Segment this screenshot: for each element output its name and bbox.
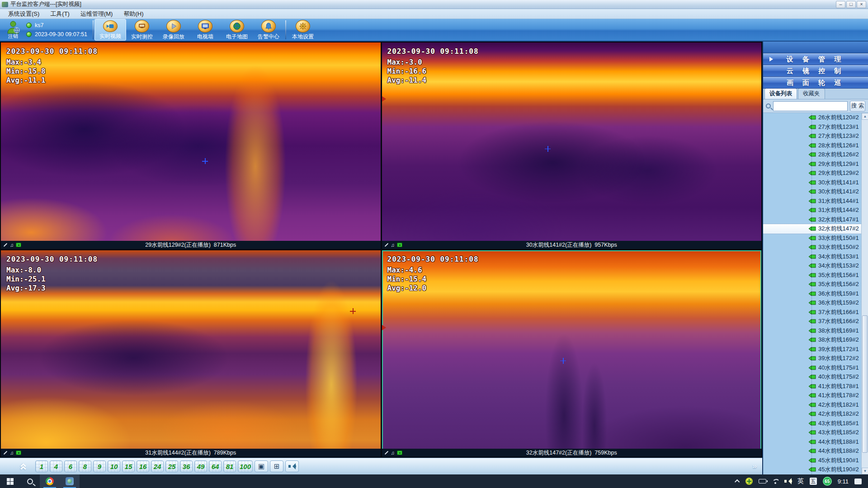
menu-ops-management[interactable]: 运维管理(M) xyxy=(75,9,118,19)
pen-icon[interactable] xyxy=(384,243,388,247)
menu-tools[interactable]: 工具(T) xyxy=(45,9,75,19)
toolbar-local-settings-button[interactable]: 本地设置 xyxy=(287,19,319,41)
audio-button[interactable] xyxy=(285,460,299,472)
device-list-item[interactable]: 31水前线144#2 xyxy=(763,206,861,215)
search-button[interactable]: 搜 索 xyxy=(850,101,865,112)
device-list-item[interactable]: 30水前线141#2 xyxy=(763,187,861,197)
record-status-icon[interactable] xyxy=(397,450,402,455)
security-score-badge[interactable]: 65 xyxy=(823,477,832,486)
device-list-item[interactable]: 45水前线190#2 xyxy=(763,465,861,474)
device-list-item[interactable]: 28水前线126#1 xyxy=(763,141,861,150)
audio-note-icon[interactable]: ♫ xyxy=(391,243,395,247)
video-feed-4[interactable]: 2023-09-30 09:11:08 Max:-4.6 Min:-15.4 A… xyxy=(382,250,762,457)
toolbar-alarm-center-button[interactable]: 告警中心 xyxy=(253,19,284,41)
toolbar-e-map-button[interactable]: 电子地图 xyxy=(221,19,253,41)
taskbar-chrome-button[interactable] xyxy=(40,474,60,488)
layout-count-button[interactable]: 24 xyxy=(151,460,164,472)
device-list-item[interactable]: 32水前线147#1 xyxy=(763,215,861,225)
device-list-item[interactable]: 40水前线175#2 xyxy=(763,372,861,382)
device-list-item[interactable]: 43水前线185#1 xyxy=(763,419,861,428)
start-button[interactable] xyxy=(0,474,20,488)
tab-favorites[interactable]: 收藏夹 xyxy=(798,88,825,99)
device-scrollbar[interactable]: ▲ ▼ xyxy=(861,113,868,474)
record-status-icon[interactable] xyxy=(16,243,21,247)
device-list-item[interactable]: 28水前线126#2 xyxy=(763,150,861,160)
device-list-item[interactable]: 36水前线159#2 xyxy=(763,298,861,308)
panel-ptz-control[interactable]: 云 镜 控 制 xyxy=(763,65,868,77)
device-list-item[interactable]: 31水前线144#1 xyxy=(763,197,861,206)
device-list-item[interactable]: 37水前线166#1 xyxy=(763,308,861,317)
volume-icon[interactable] xyxy=(784,478,792,484)
menu-help[interactable]: 帮助(H) xyxy=(118,9,149,19)
device-list-item[interactable]: 27水前线123#2 xyxy=(763,131,861,141)
device-list-item[interactable]: 32水前线147#2 xyxy=(763,224,861,234)
layout-count-button[interactable]: 6 xyxy=(64,460,77,472)
layout-count-button[interactable]: 8 xyxy=(79,460,91,472)
taskbar-monitor-app-button[interactable] xyxy=(60,474,80,488)
scrollbar-thumb[interactable] xyxy=(862,315,868,453)
tray-expand-icon[interactable] xyxy=(735,479,740,484)
device-list-item[interactable]: 45水前线190#1 xyxy=(763,456,861,465)
layout-count-button[interactable]: 10 xyxy=(108,460,120,472)
antivirus-shield-icon[interactable] xyxy=(745,478,753,485)
layout-count-button[interactable]: 49 xyxy=(194,460,207,472)
toolbar-tv-wall-button[interactable]: 电视墙 xyxy=(189,19,221,41)
device-list-item[interactable]: 33水前线150#2 xyxy=(763,243,861,252)
pen-icon[interactable] xyxy=(4,243,7,247)
device-list-item[interactable]: 27水前线123#1 xyxy=(763,122,861,132)
toolbar-live-video-button[interactable]: 实时视频 xyxy=(94,19,126,41)
toolbar-playback-button[interactable]: 录像回放 xyxy=(158,19,189,41)
device-list-item[interactable]: 33水前线150#1 xyxy=(763,234,861,243)
add-view-button[interactable]: ⊞ xyxy=(270,460,283,472)
device-list-item[interactable]: 29水前线129#2 xyxy=(763,169,861,178)
device-list-item[interactable]: 44水前线188#1 xyxy=(763,437,861,447)
device-list-item[interactable]: 30水前线141#1 xyxy=(763,178,861,188)
device-list-item[interactable]: 39水前线172#2 xyxy=(763,354,861,363)
expand-right-icon[interactable]: » xyxy=(753,462,757,471)
menu-system-settings[interactable]: 系统设置(S) xyxy=(3,9,45,19)
video-feed-3[interactable]: 2023-09-30 09:11:08 Max:-8.0 Min:-25.1 A… xyxy=(1,250,381,457)
layout-count-button[interactable]: 64 xyxy=(209,460,222,472)
layout-count-button[interactable]: 100 xyxy=(238,460,253,472)
notification-icon[interactable] xyxy=(854,479,862,484)
layout-count-button[interactable]: 36 xyxy=(180,460,193,472)
layout-count-button[interactable]: 16 xyxy=(137,460,149,472)
fullscreen-button[interactable]: ▣ xyxy=(255,460,268,472)
minimize-button[interactable]: – xyxy=(836,1,845,8)
collapse-up-button[interactable] xyxy=(17,461,29,472)
close-button[interactable]: × xyxy=(857,1,866,8)
device-search-input[interactable] xyxy=(773,101,848,111)
toolbar-live-telemetry-button[interactable]: 实时测控 xyxy=(126,19,158,41)
tab-device-list[interactable]: 设备列表 xyxy=(764,88,797,99)
record-status-icon[interactable] xyxy=(397,243,402,247)
device-list-item[interactable]: 40水前线175#1 xyxy=(763,363,861,373)
scroll-down-icon[interactable]: ▼ xyxy=(862,468,868,474)
layout-count-button[interactable]: 4 xyxy=(50,460,62,472)
device-list-item[interactable]: 37水前线166#2 xyxy=(763,317,861,326)
audio-note-icon[interactable]: ♫ xyxy=(391,450,395,455)
ime-mode-indicator[interactable]: 五 xyxy=(810,478,817,485)
pen-icon[interactable] xyxy=(4,451,7,455)
network-icon[interactable] xyxy=(772,479,778,484)
device-list-item[interactable]: 34水前线153#2 xyxy=(763,261,861,271)
layout-count-button[interactable]: 25 xyxy=(165,460,178,472)
device-list-item[interactable]: 41水前线178#2 xyxy=(763,391,861,400)
battery-icon[interactable] xyxy=(759,479,766,483)
panel-screen-patrol[interactable]: 画 面 轮 巡 xyxy=(763,77,868,89)
pen-icon[interactable] xyxy=(384,451,388,455)
device-list-item[interactable]: 35水前线156#2 xyxy=(763,280,861,289)
layout-count-button[interactable]: 81 xyxy=(223,460,236,472)
panel-device-management[interactable]: 设 备 管 理 xyxy=(763,53,868,65)
video-feed-1[interactable]: 2023-09-30 09:11:08 Max:-3.4 Min:-15.8 A… xyxy=(1,42,381,249)
device-list-item[interactable]: 38水前线169#2 xyxy=(763,335,861,345)
taskbar-clock[interactable]: 9:11 xyxy=(838,478,849,485)
device-list-item[interactable]: 35水前线156#1 xyxy=(763,271,861,280)
audio-note-icon[interactable]: ♫ xyxy=(10,450,14,455)
device-list-item[interactable]: 44水前线188#2 xyxy=(763,446,861,456)
audio-note-icon[interactable]: ♫ xyxy=(10,243,14,247)
device-list-item[interactable]: 39水前线172#1 xyxy=(763,345,861,354)
device-list-item[interactable]: 29水前线129#1 xyxy=(763,160,861,169)
device-list-item[interactable]: 41水前线178#1 xyxy=(763,382,861,391)
device-list-item[interactable]: 38水前线169#1 xyxy=(763,326,861,336)
device-list-item[interactable]: 42水前线182#1 xyxy=(763,400,861,410)
